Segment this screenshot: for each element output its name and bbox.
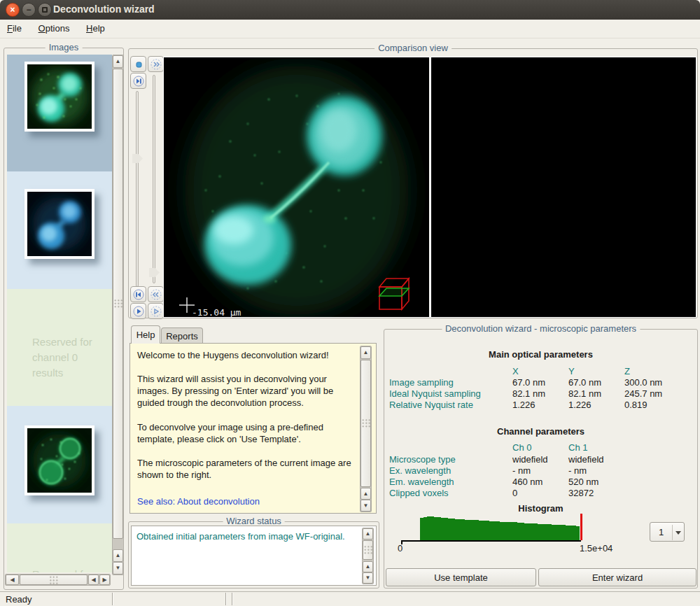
tab-reports-label: Reports (166, 331, 198, 341)
tab-reports[interactable]: Reports (161, 327, 203, 344)
list-item-wf-original-ch0[interactable]: WF-original:Ch0 (7, 171, 112, 289)
tab-help[interactable]: Help (131, 325, 160, 344)
play-ghost-icon (150, 306, 162, 317)
scroll-down-icon[interactable]: ▼ (363, 572, 373, 584)
slice-dot-icon (133, 59, 144, 70)
cell-value: 67.0 nm (512, 377, 545, 388)
scroll-down-icon[interactable]: ▼ (360, 500, 371, 512)
row-label: Em. wavelength (389, 477, 454, 487)
scroll-up-icon[interactable]: ▲ (363, 528, 373, 540)
scroll-left-icon[interactable]: ◀ (88, 575, 99, 585)
help-vscroll-thumb[interactable] (360, 360, 371, 487)
play-forward-ghost-button[interactable] (148, 303, 164, 319)
optical-heading: Main optical parameters (384, 349, 698, 360)
cell-image-blue (27, 192, 92, 256)
thumbnail-wf-original-ch1[interactable] (24, 425, 94, 495)
scroll-left-icon[interactable]: ◀ (6, 575, 19, 585)
thumbnail-wf-original-ch0[interactable] (24, 189, 94, 259)
help-paragraph: To deconvolve your image using a pre-def… (137, 421, 354, 445)
reserved-text-partial: Reserved for (32, 567, 108, 572)
images-hscrollbar[interactable]: ◀ ◀ ▶ (5, 574, 111, 586)
menu-options[interactable]: Options (31, 20, 77, 36)
scroll-up-icon[interactable]: ▲ (360, 346, 371, 359)
cell-value: 0 (512, 488, 517, 498)
z-position-label: -15.04 μm (192, 307, 241, 317)
rewind-button[interactable] (148, 286, 164, 302)
comparison-right-image[interactable] (430, 57, 696, 318)
skip-to-end-button[interactable] (130, 73, 146, 89)
channel-select[interactable]: 1 (650, 522, 685, 542)
status-divider (112, 593, 113, 605)
images-vscroll-thumb[interactable] (113, 69, 123, 539)
histogram-xmax: 1.5e+04 (580, 543, 612, 554)
cell-image-green (27, 428, 92, 493)
channel-heading: Channel parameters (384, 426, 698, 437)
comparison-title: Comparison view (374, 43, 451, 53)
list-item-reserved-ch0: Reserved for channel 0 results (7, 289, 112, 406)
status-ready: Ready (6, 594, 32, 605)
maximize-icon[interactable] (38, 3, 52, 17)
help-text: Welcome to the Huygens deconvolution wiz… (137, 349, 354, 493)
help-paragraph: The microscopic parameters of the curren… (137, 457, 354, 481)
scroll-up-icon[interactable]: ▲ (360, 488, 371, 500)
close-icon[interactable]: × (6, 3, 20, 17)
status-vscroll-thumb[interactable] (363, 540, 373, 560)
wizard-status-message: Obtained initial parameters from image W… (136, 531, 354, 542)
cell-value: 0.819 (624, 400, 648, 410)
menu-help[interactable]: Help (79, 20, 112, 36)
tab-help-label: Help (136, 330, 155, 340)
col-header-x: X (512, 366, 519, 376)
row-label: Relative Nyquist rate (389, 400, 473, 410)
cell-value: 460 nm (512, 477, 542, 487)
skip-start-icon (133, 289, 144, 300)
scroll-up-icon[interactable]: ▲ (113, 549, 123, 562)
scroll-down-icon[interactable]: ▼ (113, 562, 123, 575)
thumbnail-wf-original[interactable] (24, 62, 94, 132)
use-template-button[interactable]: Use template (386, 568, 536, 586)
play-button[interactable] (130, 303, 146, 319)
status-vscrollbar[interactable]: ▲ ▲ ▼ (362, 528, 374, 584)
menu-bar: File Options Help (0, 20, 700, 38)
menu-file[interactable]: File (0, 20, 29, 36)
list-item-wf-original[interactable]: WF-original (7, 55, 112, 171)
params-group-title: Deconvolution wizard - microscopic param… (442, 323, 640, 334)
comparison-left-image[interactable]: -15.04 μm (163, 57, 430, 318)
wizard-status-box: Obtained initial parameters from image W… (131, 526, 377, 586)
images-hscroll-thumb[interactable] (20, 575, 88, 585)
fast-forward-icon (150, 59, 162, 70)
col-header-ch0: Ch 0 (512, 442, 531, 453)
scroll-up-icon[interactable]: ▲ (363, 561, 373, 572)
list-item-wf-original-ch1[interactable]: WF-original:Ch1 (7, 406, 112, 523)
help-vscrollbar[interactable]: ▲ ▲ ▼ (360, 346, 372, 512)
cell-value: 67.0 nm (568, 377, 601, 388)
fast-forward-button[interactable] (148, 56, 164, 72)
help-paragraph: This wizard will assist you in deconvolv… (137, 373, 354, 409)
cell-image-green-cyan (27, 64, 92, 129)
status-divider (232, 593, 232, 605)
title-bar[interactable]: × − Deconvolution wizard (0, 0, 700, 20)
channel-select-value: 1 (659, 527, 664, 537)
wizard-status-title: Wizard status (223, 516, 285, 526)
skip-to-start-button[interactable] (130, 286, 146, 302)
enter-wizard-button[interactable]: Enter wizard (538, 568, 696, 586)
help-paragraph: Welcome to the Huygens deconvolution wiz… (137, 349, 354, 361)
time-slider-track[interactable] (153, 75, 155, 283)
scroll-up-icon[interactable]: ▲ (113, 55, 123, 68)
cell-value: 82.1 nm (512, 388, 545, 399)
images-vscrollbar[interactable]: ▲ ▲ ▼ (112, 55, 124, 575)
use-template-label: Use template (434, 572, 488, 583)
about-deconvolution-link[interactable]: About deconvolution (177, 496, 260, 507)
current-slice-button[interactable] (130, 56, 146, 72)
scroll-right-icon[interactable]: ▶ (99, 575, 110, 585)
minimize-icon[interactable]: − (22, 3, 36, 17)
histogram-axis (401, 540, 581, 542)
reserved-text: Reserved for channel 0 results (32, 334, 99, 380)
help-content: Welcome to the Huygens deconvolution wiz… (130, 343, 377, 514)
col-header-y: Y (568, 366, 575, 376)
cell-value: 1.226 (568, 400, 592, 410)
deconvolution-wizard-window: { "window": { "title": "Deconvolution wi… (0, 0, 700, 606)
cell-value: 245.7 nm (624, 388, 662, 399)
status-divider (225, 593, 226, 605)
cell-value: 32872 (568, 488, 594, 498)
z-slider-track[interactable] (136, 91, 139, 287)
